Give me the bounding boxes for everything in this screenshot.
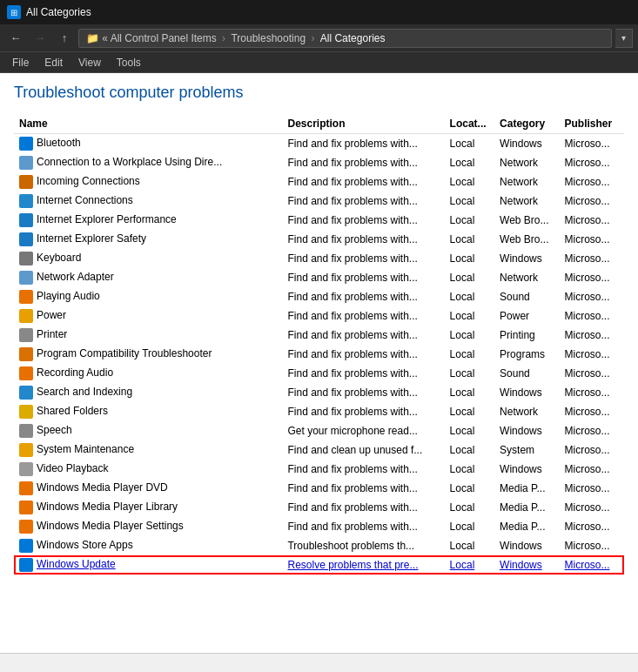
item-desc: Find and fix problems with... <box>282 383 444 402</box>
menu-file[interactable]: File <box>5 55 36 71</box>
item-icon <box>19 443 33 457</box>
table-row[interactable]: Windows Media Player DVDFind and fix pro… <box>14 479 624 498</box>
item-publisher: Microso... <box>560 326 624 345</box>
item-icon <box>19 405 33 419</box>
item-name: Keyboard <box>37 252 81 264</box>
item-name: Windows Media Player DVD <box>37 481 168 494</box>
item-desc: Find and fix problems with... <box>282 326 444 345</box>
item-desc: Find and fix problems with... <box>282 364 444 383</box>
item-location: Local <box>445 517 494 536</box>
item-icon <box>19 520 33 534</box>
item-name: Incoming Connections <box>37 175 140 187</box>
table-row[interactable]: Internet ConnectionsFind and fix problem… <box>14 192 624 211</box>
item-icon <box>19 501 33 514</box>
item-category: Windows <box>494 555 559 575</box>
table-row[interactable]: Internet Explorer SafetyFind and fix pro… <box>14 230 624 249</box>
table-row[interactable]: Windows UpdateResolve problems that pre.… <box>14 555 624 575</box>
table-row[interactable]: Playing AudioFind and fix problems with.… <box>14 287 624 306</box>
item-icon <box>19 232 33 246</box>
item-icon <box>19 424 33 438</box>
item-icon <box>19 175 33 189</box>
col-header-desc: Description <box>282 114 444 134</box>
item-name: Connection to a Workplace Using Dire... <box>37 156 222 168</box>
item-publisher: Microso... <box>560 153 624 172</box>
item-publisher: Microso... <box>560 364 624 383</box>
item-icon <box>19 290 33 304</box>
item-location: Local <box>445 230 494 249</box>
item-icon <box>19 558 33 572</box>
table-row[interactable]: Recording AudioFind and fix problems wit… <box>14 364 624 383</box>
item-icon <box>19 347 33 361</box>
back-button[interactable]: ← <box>5 28 26 49</box>
address-bar: ← → ↑ 📁 « All Control Panel Items › Trou… <box>0 24 638 52</box>
table-row[interactable]: Shared FoldersFind and fix problems with… <box>14 402 624 421</box>
table-row[interactable]: Internet Explorer PerformanceFind and fi… <box>14 211 624 230</box>
item-category: System <box>494 440 559 460</box>
menu-view[interactable]: View <box>71 55 108 71</box>
table-row[interactable]: SpeechGet your microphone read...LocalWi… <box>14 421 624 440</box>
item-desc: Find and fix problems with... <box>282 249 444 268</box>
item-category: Windows <box>494 249 559 268</box>
item-name: Recording Audio <box>37 366 113 379</box>
item-category: Sound <box>494 287 559 306</box>
table-row[interactable]: Windows Media Player SettingsFind and fi… <box>14 517 624 536</box>
item-category: Printing <box>494 326 559 345</box>
item-desc: Find and fix problems with... <box>282 172 444 192</box>
item-icon <box>19 309 33 323</box>
item-name: Windows Store Apps <box>37 539 133 551</box>
item-category: Windows <box>494 536 559 555</box>
item-publisher: Microso... <box>560 498 624 517</box>
item-desc: Find and fix problems with... <box>282 268 444 287</box>
window-icon: ⊞ <box>7 5 21 19</box>
table-row[interactable]: Search and IndexingFind and fix problems… <box>14 383 624 402</box>
col-header-loc: Locat... <box>445 114 494 134</box>
table-row[interactable]: Connection to a Workplace Using Dire...F… <box>14 153 624 172</box>
item-name: Internet Explorer Performance <box>37 213 177 225</box>
item-category: Network <box>494 153 559 172</box>
table-row[interactable]: PowerFind and fix problems with...LocalP… <box>14 306 624 326</box>
table-row[interactable]: Video PlaybackFind and fix problems with… <box>14 460 624 479</box>
item-location: Local <box>445 479 494 498</box>
main-content: Troubleshoot computer problems Name Desc… <box>0 73 638 653</box>
table-row[interactable]: Incoming ConnectionsFind and fix problem… <box>14 172 624 192</box>
address-input[interactable]: 📁 « All Control Panel Items › Troublesho… <box>78 29 612 48</box>
item-category: Media P... <box>494 479 559 498</box>
items-table: Name Description Locat... Category Publi… <box>14 114 624 575</box>
table-row[interactable]: Program Compatibility TroubleshooterFind… <box>14 345 624 364</box>
item-location: Local <box>445 440 494 460</box>
table-row[interactable]: KeyboardFind and fix problems with...Loc… <box>14 249 624 268</box>
item-location: Local <box>445 383 494 402</box>
menu-edit[interactable]: Edit <box>37 55 70 71</box>
table-row[interactable]: System MaintenanceFind and clean up unus… <box>14 440 624 460</box>
item-location: Local <box>445 326 494 345</box>
item-category: Network <box>494 172 559 192</box>
item-icon <box>19 386 33 400</box>
address-dropdown[interactable]: ▾ <box>615 29 633 48</box>
table-row[interactable]: Windows Store AppsTroubleshoot problems … <box>14 536 624 555</box>
table-row[interactable]: PrinterFind and fix problems with...Loca… <box>14 326 624 345</box>
item-publisher: Microso... <box>560 249 624 268</box>
item-desc: Find and fix problems with... <box>282 134 444 154</box>
table-row[interactable]: BluetoothFind and fix problems with...Lo… <box>14 134 624 154</box>
item-category: Windows <box>494 383 559 402</box>
item-icon <box>19 271 33 285</box>
item-desc: Find and fix problems with... <box>282 517 444 536</box>
item-location: Local <box>445 345 494 364</box>
item-category: Network <box>494 192 559 211</box>
item-category: Sound <box>494 364 559 383</box>
forward-button[interactable]: → <box>30 28 50 49</box>
item-icon <box>19 328 33 342</box>
item-publisher: Microso... <box>560 345 624 364</box>
item-name: Video Playback <box>37 462 109 474</box>
item-desc: Find and fix problems with... <box>282 402 444 421</box>
item-location: Local <box>445 153 494 172</box>
menu-tools[interactable]: Tools <box>110 55 148 71</box>
item-desc: Find and fix problems with... <box>282 345 444 364</box>
table-row[interactable]: Windows Media Player LibraryFind and fix… <box>14 498 624 517</box>
item-publisher: Microso... <box>560 230 624 249</box>
item-publisher: Microso... <box>560 383 624 402</box>
item-location: Local <box>445 211 494 230</box>
item-icon <box>19 213 33 227</box>
table-row[interactable]: Network AdapterFind and fix problems wit… <box>14 268 624 287</box>
up-button[interactable]: ↑ <box>54 28 75 49</box>
